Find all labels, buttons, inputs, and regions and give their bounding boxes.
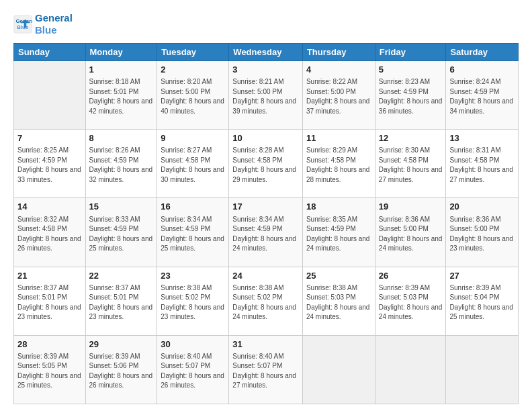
- weekday-header-sunday: Sunday: [14, 44, 86, 61]
- weekday-header-thursday: Thursday: [302, 44, 375, 61]
- day-info: Sunrise: 8:34 AMSunset: 4:59 PMDaylight:…: [161, 215, 225, 254]
- day-number: 24: [232, 270, 299, 282]
- day-info: Sunrise: 8:22 AMSunset: 5:00 PMDaylight:…: [306, 77, 371, 116]
- day-number: 18: [306, 201, 371, 213]
- calendar-cell: 26Sunrise: 8:39 AMSunset: 5:03 PMDayligh…: [375, 267, 446, 335]
- calendar-cell: 3Sunrise: 8:21 AMSunset: 5:00 PMDaylight…: [229, 61, 303, 130]
- day-info: Sunrise: 8:21 AMSunset: 5:00 PMDaylight:…: [232, 77, 299, 116]
- day-info: Sunrise: 8:18 AMSunset: 5:01 PMDaylight:…: [89, 77, 154, 116]
- day-info: Sunrise: 8:38 AMSunset: 5:02 PMDaylight:…: [232, 283, 299, 322]
- calendar-cell: 21Sunrise: 8:37 AMSunset: 5:01 PMDayligh…: [14, 267, 86, 335]
- day-number: 15: [89, 201, 154, 213]
- day-number: 31: [232, 338, 299, 351]
- day-info: Sunrise: 8:33 AMSunset: 4:59 PMDaylight:…: [89, 215, 154, 254]
- weekday-header-monday: Monday: [85, 44, 157, 61]
- day-number: 26: [379, 270, 443, 282]
- day-info: Sunrise: 8:31 AMSunset: 4:58 PMDaylight:…: [449, 146, 515, 185]
- day-info: Sunrise: 8:39 AMSunset: 5:06 PMDaylight:…: [89, 352, 154, 391]
- calendar-cell: 2Sunrise: 8:20 AMSunset: 5:00 PMDaylight…: [157, 61, 229, 130]
- calendar-cell: 24Sunrise: 8:38 AMSunset: 5:02 PMDayligh…: [229, 267, 303, 335]
- calendar-cell: 31Sunrise: 8:40 AMSunset: 5:07 PMDayligh…: [229, 335, 303, 404]
- day-info: Sunrise: 8:20 AMSunset: 5:00 PMDaylight:…: [161, 77, 225, 116]
- day-info: Sunrise: 8:24 AMSunset: 4:59 PMDaylight:…: [449, 77, 515, 116]
- calendar-cell: 15Sunrise: 8:33 AMSunset: 4:59 PMDayligh…: [85, 198, 157, 267]
- svg-text:Blue: Blue: [17, 24, 29, 30]
- calendar-cell: 30Sunrise: 8:40 AMSunset: 5:07 PMDayligh…: [157, 335, 229, 404]
- day-info: Sunrise: 8:37 AMSunset: 5:01 PMDaylight:…: [89, 283, 154, 322]
- calendar-cell: [446, 335, 519, 404]
- weekday-header-friday: Friday: [375, 44, 446, 61]
- day-info: Sunrise: 8:29 AMSunset: 4:58 PMDaylight:…: [306, 146, 371, 185]
- day-number: 11: [306, 132, 371, 144]
- day-number: 25: [306, 270, 371, 282]
- calendar: SundayMondayTuesdayWednesdayThursdayFrid…: [13, 43, 519, 404]
- calendar-cell: [302, 335, 375, 404]
- day-number: 27: [449, 270, 515, 282]
- calendar-cell: [14, 61, 86, 130]
- calendar-cell: 1Sunrise: 8:18 AMSunset: 5:01 PMDaylight…: [85, 61, 157, 130]
- day-info: Sunrise: 8:40 AMSunset: 5:07 PMDaylight:…: [232, 352, 299, 391]
- logo-icon: General Blue: [13, 15, 32, 34]
- calendar-cell: 7Sunrise: 8:25 AMSunset: 4:59 PMDaylight…: [14, 130, 86, 198]
- week-row-4: 21Sunrise: 8:37 AMSunset: 5:01 PMDayligh…: [14, 267, 519, 335]
- day-info: Sunrise: 8:23 AMSunset: 4:59 PMDaylight:…: [379, 77, 443, 116]
- week-row-2: 7Sunrise: 8:25 AMSunset: 4:59 PMDaylight…: [14, 130, 519, 198]
- weekday-header-tuesday: Tuesday: [157, 44, 229, 61]
- day-info: Sunrise: 8:25 AMSunset: 4:59 PMDaylight:…: [17, 146, 82, 185]
- day-number: 30: [161, 338, 225, 351]
- day-number: 10: [232, 132, 299, 144]
- day-info: Sunrise: 8:26 AMSunset: 4:59 PMDaylight:…: [89, 146, 154, 185]
- calendar-cell: 17Sunrise: 8:34 AMSunset: 4:59 PMDayligh…: [229, 198, 303, 267]
- calendar-cell: 8Sunrise: 8:26 AMSunset: 4:59 PMDaylight…: [85, 130, 157, 198]
- day-number: 1: [89, 64, 154, 76]
- calendar-cell: 11Sunrise: 8:29 AMSunset: 4:58 PMDayligh…: [302, 130, 375, 198]
- day-number: 29: [89, 338, 154, 351]
- calendar-cell: 28Sunrise: 8:39 AMSunset: 5:05 PMDayligh…: [14, 335, 86, 404]
- day-info: Sunrise: 8:32 AMSunset: 4:58 PMDaylight:…: [17, 215, 82, 254]
- day-number: 22: [89, 270, 154, 282]
- day-number: 4: [306, 64, 371, 76]
- calendar-cell: 29Sunrise: 8:39 AMSunset: 5:06 PMDayligh…: [85, 335, 157, 404]
- calendar-cell: 23Sunrise: 8:38 AMSunset: 5:02 PMDayligh…: [157, 267, 229, 335]
- calendar-cell: 13Sunrise: 8:31 AMSunset: 4:58 PMDayligh…: [446, 130, 519, 198]
- day-info: Sunrise: 8:28 AMSunset: 4:58 PMDaylight:…: [232, 146, 299, 185]
- day-info: Sunrise: 8:38 AMSunset: 5:03 PMDaylight:…: [306, 283, 371, 322]
- day-number: 20: [449, 201, 515, 213]
- day-info: Sunrise: 8:39 AMSunset: 5:05 PMDaylight:…: [17, 352, 82, 391]
- day-number: 2: [161, 64, 225, 76]
- day-info: Sunrise: 8:37 AMSunset: 5:01 PMDaylight:…: [17, 283, 82, 322]
- day-number: 21: [17, 270, 82, 282]
- day-number: 19: [379, 201, 443, 213]
- day-number: 16: [161, 201, 225, 213]
- day-number: 12: [379, 132, 443, 144]
- page: General Blue General Blue SundayMondayTu…: [0, 0, 532, 411]
- calendar-cell: 19Sunrise: 8:36 AMSunset: 5:00 PMDayligh…: [375, 198, 446, 267]
- day-info: Sunrise: 8:39 AMSunset: 5:03 PMDaylight:…: [379, 283, 443, 322]
- calendar-cell: 5Sunrise: 8:23 AMSunset: 4:59 PMDaylight…: [375, 61, 446, 130]
- logo-text: General Blue: [35, 12, 73, 36]
- weekday-header-wednesday: Wednesday: [229, 44, 303, 61]
- day-info: Sunrise: 8:30 AMSunset: 4:58 PMDaylight:…: [379, 146, 443, 185]
- calendar-cell: 25Sunrise: 8:38 AMSunset: 5:03 PMDayligh…: [302, 267, 375, 335]
- day-number: 9: [161, 132, 225, 144]
- day-info: Sunrise: 8:35 AMSunset: 4:59 PMDaylight:…: [306, 215, 371, 254]
- day-number: 23: [161, 270, 225, 282]
- logo: General Blue General Blue: [13, 12, 73, 36]
- calendar-cell: 4Sunrise: 8:22 AMSunset: 5:00 PMDaylight…: [302, 61, 375, 130]
- day-number: 14: [17, 201, 82, 213]
- day-number: 8: [89, 132, 154, 144]
- day-number: 13: [449, 132, 515, 144]
- calendar-cell: 27Sunrise: 8:39 AMSunset: 5:04 PMDayligh…: [446, 267, 519, 335]
- day-number: 7: [17, 132, 82, 144]
- calendar-cell: [375, 335, 446, 404]
- week-row-1: 1Sunrise: 8:18 AMSunset: 5:01 PMDaylight…: [14, 61, 519, 130]
- week-row-5: 28Sunrise: 8:39 AMSunset: 5:05 PMDayligh…: [14, 335, 519, 404]
- calendar-cell: 18Sunrise: 8:35 AMSunset: 4:59 PMDayligh…: [302, 198, 375, 267]
- header: General Blue General Blue: [13, 12, 519, 36]
- day-number: 5: [379, 64, 443, 76]
- weekday-header-saturday: Saturday: [446, 44, 519, 61]
- calendar-cell: 16Sunrise: 8:34 AMSunset: 4:59 PMDayligh…: [157, 198, 229, 267]
- calendar-cell: 9Sunrise: 8:27 AMSunset: 4:58 PMDaylight…: [157, 130, 229, 198]
- weekday-header-row: SundayMondayTuesdayWednesdayThursdayFrid…: [14, 44, 519, 61]
- day-info: Sunrise: 8:38 AMSunset: 5:02 PMDaylight:…: [161, 283, 225, 322]
